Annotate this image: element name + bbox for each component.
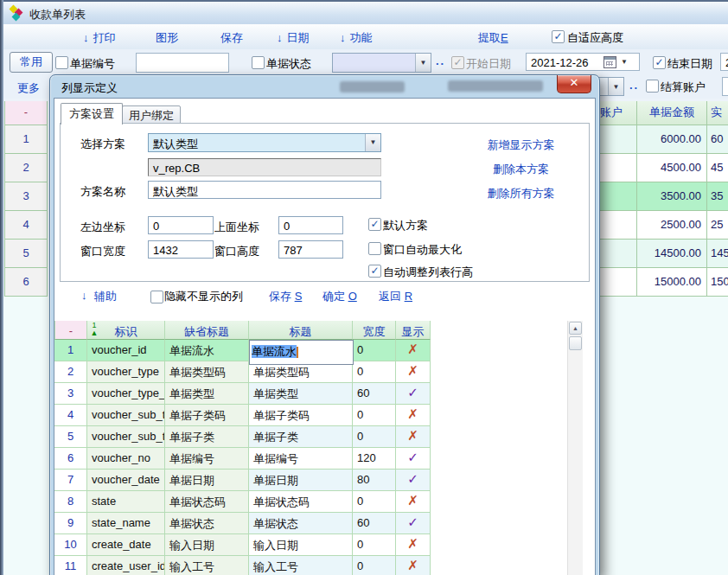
chevron-down-icon[interactable]: ▼ xyxy=(415,54,431,72)
grid-title-cell[interactable]: 单据状态 xyxy=(249,513,353,534)
show-x-icon[interactable]: ✗ xyxy=(396,361,431,383)
grid-row-number[interactable]: 10 xyxy=(54,534,87,556)
grid-id-cell[interactable]: voucher_date xyxy=(87,470,165,491)
show-x-icon[interactable]: ✗ xyxy=(396,556,431,575)
scrollbar-thumb[interactable] xyxy=(569,336,582,350)
grid-default-title-cell[interactable]: 输入日期 xyxy=(165,534,249,556)
end-date-checkbox[interactable]: ✓ xyxy=(653,56,666,69)
scroll-up-icon[interactable]: ▲ xyxy=(569,322,582,335)
account-cell[interactable] xyxy=(597,154,637,182)
grid-header-default-title[interactable]: 缺省标题 xyxy=(165,321,249,340)
grid-id-cell[interactable]: state xyxy=(87,491,165,513)
grid-width-cell[interactable]: 0 xyxy=(353,340,396,361)
row-header[interactable]: 2 xyxy=(4,154,48,182)
received-cell[interactable]: 60 xyxy=(707,125,728,154)
grid-width-cell[interactable]: 120 xyxy=(353,448,396,470)
window-height-input[interactable]: 787 xyxy=(278,240,343,259)
aux-menu-button[interactable]: 辅助 xyxy=(94,289,117,304)
amount-cell[interactable]: 6000.00 xyxy=(637,125,707,154)
amount-cell[interactable]: 2500.00 xyxy=(637,211,707,240)
chevron-down-icon[interactable]: ▼ xyxy=(621,58,628,66)
grid-id-cell[interactable]: create_user_id xyxy=(87,556,165,575)
row-header[interactable]: 1 xyxy=(4,125,48,154)
amount-cell[interactable]: 3500.00 xyxy=(637,182,707,211)
show-x-icon[interactable]: ✗ xyxy=(396,405,431,426)
grid-default-title-cell[interactable]: 单据日期 xyxy=(165,470,249,491)
top-coord-input[interactable]: 0 xyxy=(278,216,343,234)
select-plan-combo[interactable]: 默认类型 ▼ xyxy=(148,133,381,152)
amount-cell[interactable]: 14500.00 xyxy=(637,240,707,268)
received-cell[interactable]: 145 xyxy=(707,240,728,268)
window-titlebar[interactable]: 收款单列表 xyxy=(3,2,728,25)
show-x-icon[interactable]: ✗ xyxy=(396,491,431,513)
grid-id-cell[interactable]: voucher_id xyxy=(87,340,165,361)
extract-button[interactable]: 提取E xyxy=(478,30,508,46)
date-menu-button[interactable]: ↓日期 xyxy=(277,30,310,46)
grid-header-title[interactable]: 标题 xyxy=(249,321,353,340)
delete-all-plans-link[interactable]: 删除所有方案 xyxy=(450,186,592,201)
show-check-icon[interactable]: ✓ xyxy=(396,470,431,491)
row-header[interactable]: 5 xyxy=(4,240,48,268)
grid-title-cell[interactable]: 单据状态码 xyxy=(249,491,353,513)
received-cell[interactable]: 25 xyxy=(707,211,728,240)
chevron-down-icon[interactable]: ▼ xyxy=(608,78,623,95)
end-date-input[interactable]: 2 xyxy=(720,53,728,71)
ok-link[interactable]: 确定 O xyxy=(322,289,357,304)
grid-id-cell[interactable]: voucher_type_nam xyxy=(87,383,165,405)
grid-title-cell[interactable]: 输入日期 xyxy=(249,534,353,556)
chevron-down-icon[interactable]: ▼ xyxy=(365,134,380,151)
show-x-icon[interactable]: ✗ xyxy=(396,534,431,556)
title-cell-editor[interactable]: 单据流水 xyxy=(249,340,354,365)
more-tab-button[interactable]: 更多 xyxy=(17,80,40,96)
grid-default-title-cell[interactable]: 单据类型 xyxy=(165,383,249,405)
amount-cell[interactable]: 4500.00 xyxy=(637,154,707,182)
grid-title-cell[interactable]: 单据类型 xyxy=(249,383,353,405)
grid-row-number[interactable]: 3 xyxy=(54,383,87,405)
grid-default-title-cell[interactable]: 单据子类 xyxy=(165,426,249,448)
grid-row-number[interactable]: 1 xyxy=(54,340,87,361)
settle-account-checkbox[interactable]: ✓ xyxy=(646,80,659,93)
amount-cell[interactable]: 15000.00 xyxy=(637,268,707,297)
grid-id-cell[interactable]: voucher_type xyxy=(87,361,165,383)
column-header-received[interactable]: 实收 xyxy=(707,101,728,125)
grid-width-cell[interactable]: 0 xyxy=(353,556,396,575)
show-x-icon[interactable]: ✗ xyxy=(396,426,431,448)
grid-id-cell[interactable]: voucher_sub_type xyxy=(87,405,165,426)
settle-more-button[interactable]: .. xyxy=(629,79,639,92)
grid-corner-cell[interactable]: - xyxy=(54,321,87,340)
plan-name-input[interactable]: 默认类型 xyxy=(148,181,381,199)
table-corner-cell[interactable]: - xyxy=(4,101,48,125)
grid-width-cell[interactable]: 80 xyxy=(353,470,396,491)
print-menu-button[interactable]: ↓打印 xyxy=(83,30,116,46)
show-x-icon[interactable]: ✗ xyxy=(396,340,431,361)
auto-maximize-checkbox[interactable]: ✓ xyxy=(368,242,381,255)
grid-default-title-cell[interactable]: 输入工号 xyxy=(165,556,249,575)
doc-state-more-button[interactable]: .. xyxy=(436,54,445,67)
account-cell[interactable] xyxy=(597,182,637,211)
left-coord-input[interactable]: 0 xyxy=(148,216,214,234)
doc-no-input[interactable] xyxy=(136,53,229,73)
grid-title-cell[interactable]: 输入工号 xyxy=(249,556,353,575)
grid-default-title-cell[interactable]: 单据状态码 xyxy=(165,491,249,513)
auto-rowheight-checkbox[interactable]: ✓ xyxy=(368,265,381,278)
received-cell[interactable]: 45 xyxy=(707,154,728,182)
tab-plan-settings[interactable]: 方案设置 xyxy=(61,103,123,125)
show-check-icon[interactable]: ✓ xyxy=(396,448,431,470)
add-plan-link[interactable]: 新增显示方案 xyxy=(450,137,592,153)
graph-button[interactable]: 图形 xyxy=(156,30,178,46)
account-cell[interactable] xyxy=(597,125,637,154)
doc-no-checkbox[interactable]: ✓ xyxy=(55,56,68,69)
doc-state-checkbox[interactable]: ✓ xyxy=(252,56,265,69)
calendar-icon[interactable] xyxy=(603,56,616,68)
grid-id-cell[interactable]: state_name xyxy=(87,513,165,534)
grid-row-number[interactable]: 5 xyxy=(54,426,87,448)
grid-row-number[interactable]: 9 xyxy=(54,513,87,534)
grid-id-cell[interactable]: voucher_sub_type xyxy=(87,426,165,448)
grid-title-cell[interactable]: 单据编号 xyxy=(249,448,353,470)
grid-scrollbar[interactable]: ▲ xyxy=(567,321,583,575)
grid-width-cell[interactable]: 0 xyxy=(353,426,396,448)
hide-columns-checkbox[interactable]: ✓ xyxy=(150,291,163,303)
grid-width-cell[interactable]: 0 xyxy=(353,534,396,556)
default-plan-checkbox[interactable]: ✓ xyxy=(368,218,381,231)
grid-row-number[interactable]: 8 xyxy=(54,491,87,513)
